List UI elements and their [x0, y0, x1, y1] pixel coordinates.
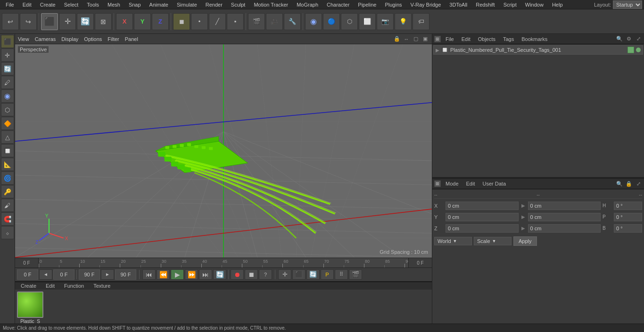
- lt-shape1[interactable]: ◉: [1, 89, 14, 103]
- bp-tab-edit[interactable]: Edit: [43, 282, 58, 290]
- object-render-dot[interactable]: [636, 48, 641, 52]
- key-rot-btn[interactable]: 🔄: [306, 269, 320, 280]
- vp-icon-max[interactable]: ▣: [421, 35, 429, 43]
- menu-script[interactable]: Script: [500, 1, 520, 8]
- lt-ruler[interactable]: 📐: [1, 158, 14, 171]
- menu-plugins[interactable]: Plugins: [381, 1, 405, 8]
- axis-y-button[interactable]: Y: [134, 13, 151, 30]
- anim-help-button[interactable]: ?: [259, 269, 272, 280]
- rotate-tool-button[interactable]: 🔄: [77, 13, 94, 30]
- axis-z-button[interactable]: Z: [152, 13, 169, 30]
- attr-tab-userdata[interactable]: User Data: [480, 180, 509, 187]
- attr-expand-icon[interactable]: ⤢: [635, 180, 642, 187]
- vp-icon-lock[interactable]: 🔒: [393, 35, 401, 43]
- menu-help[interactable]: Help: [548, 1, 567, 8]
- render-button[interactable]: 🎥: [266, 13, 283, 30]
- go-end-button[interactable]: ⏭: [199, 269, 212, 280]
- poly-mode-button[interactable]: ▪: [227, 13, 244, 30]
- camera-btn[interactable]: 📷: [377, 13, 394, 30]
- menu-3dtoall[interactable]: 3DToAll: [446, 1, 471, 8]
- lt-rotate[interactable]: 🔄: [1, 62, 14, 75]
- objects-tab-objects[interactable]: Objects: [475, 35, 498, 43]
- start-frame-field[interactable]: 0 F: [53, 269, 74, 280]
- move-tool-button[interactable]: ✛: [59, 13, 76, 30]
- lt-magnet[interactable]: 🧲: [1, 212, 14, 226]
- menu-tools[interactable]: Tools: [83, 1, 103, 8]
- menu-simulate[interactable]: Simulate: [173, 1, 201, 8]
- objects-search-icon[interactable]: 🔍: [616, 35, 623, 43]
- edge-mode-button[interactable]: ╱: [209, 13, 226, 30]
- vp-icon-min[interactable]: ▢: [412, 35, 420, 43]
- viewport-canvas[interactable]: Perspective: [15, 44, 432, 258]
- menu-character[interactable]: Character: [323, 1, 353, 8]
- vp-menu-filter[interactable]: Filter: [107, 36, 119, 42]
- key-dotted-btn[interactable]: ⠿: [335, 269, 348, 280]
- end-frame-field[interactable]: 90 F: [79, 269, 100, 280]
- attr-x-size[interactable]: 0 cm: [528, 202, 601, 210]
- menu-vray[interactable]: V-Ray Bridge: [407, 1, 445, 8]
- tag-btn[interactable]: 🏷: [413, 13, 429, 30]
- lt-rect[interactable]: 🔲: [1, 144, 14, 157]
- render-view-button[interactable]: 🎬: [248, 13, 265, 30]
- axis-x-button[interactable]: X: [116, 13, 133, 30]
- layout-dropdown[interactable]: Startup: [613, 0, 642, 9]
- objects-tab-tags[interactable]: Tags: [500, 35, 517, 43]
- key-film-btn[interactable]: 🎬: [349, 269, 362, 280]
- object-item[interactable]: ▶ 🔲 Plastic_Numbered_Pull_Tie_Security_T…: [433, 45, 643, 55]
- menu-render[interactable]: Render: [202, 1, 226, 8]
- key-p-btn[interactable]: P: [321, 269, 334, 280]
- vp-menu-panel[interactable]: Panel: [125, 36, 138, 42]
- lt-move[interactable]: ✛: [1, 49, 14, 62]
- attr-z-size[interactable]: 0 cm: [528, 224, 601, 233]
- obj-mode-button[interactable]: ◼: [173, 13, 190, 30]
- attr-lock-icon[interactable]: 🔒: [625, 180, 633, 187]
- attr-p-val[interactable]: 0 °: [614, 213, 642, 221]
- scale-dropdown[interactable]: Scale ▼: [474, 237, 512, 245]
- material-item[interactable]: Plastic_S: [17, 292, 43, 324]
- objects-tab-file[interactable]: File: [443, 35, 457, 43]
- lt-pen[interactable]: 🖊: [1, 76, 14, 89]
- apply-button[interactable]: Apply: [513, 236, 537, 246]
- lt-loop[interactable]: 🌀: [1, 171, 14, 185]
- point-mode-button[interactable]: •: [191, 13, 208, 30]
- objects-settings-icon[interactable]: ⚙: [625, 35, 633, 43]
- lt-select[interactable]: ⬛: [1, 35, 14, 48]
- attr-z-pos[interactable]: 0 cm: [446, 224, 519, 233]
- attr-search-icon[interactable]: 🔍: [616, 180, 623, 187]
- lt-key[interactable]: 🔑: [1, 185, 14, 198]
- objects-tab-bookmarks[interactable]: Bookmarks: [519, 35, 550, 43]
- menu-file[interactable]: File: [2, 1, 18, 8]
- objects-expand-icon[interactable]: ⤢: [635, 35, 642, 43]
- attr-x-pos[interactable]: 0 cm: [446, 202, 519, 210]
- vp-menu-options[interactable]: Options: [84, 36, 102, 42]
- lt-tri[interactable]: △: [1, 130, 14, 144]
- vp-menu-view[interactable]: View: [18, 36, 29, 42]
- frame-step-back[interactable]: ◄: [39, 269, 52, 280]
- sphere-btn[interactable]: ◉: [305, 13, 322, 30]
- material-thumbnail[interactable]: [17, 292, 43, 318]
- menu-window[interactable]: Window: [521, 1, 547, 8]
- vp-icon-move[interactable]: ↔: [403, 35, 410, 43]
- menu-create[interactable]: Create: [36, 1, 59, 8]
- attr-tab-mode[interactable]: Mode: [443, 180, 462, 187]
- step-back-button[interactable]: ⏪: [157, 269, 170, 280]
- attr-tab-edit[interactable]: Edit: [463, 180, 478, 187]
- render-settings-button[interactable]: 🔧: [284, 13, 301, 30]
- bp-tab-create[interactable]: Create: [18, 282, 39, 290]
- menu-motion-tracker[interactable]: Motion Tracker: [250, 1, 292, 8]
- loop-button[interactable]: 🔄: [213, 269, 226, 280]
- current-frame-field[interactable]: 0 F: [17, 269, 38, 280]
- bp-tab-texture[interactable]: Texture: [91, 282, 113, 290]
- record-button[interactable]: ⏺: [231, 269, 244, 280]
- light-btn[interactable]: 💡: [395, 13, 412, 30]
- select-tool-button[interactable]: ⬛: [41, 13, 58, 30]
- stop-button[interactable]: ⏹: [245, 269, 258, 280]
- menu-sculpt[interactable]: Sculpt: [227, 1, 249, 8]
- key-scale-btn[interactable]: ⬛: [292, 269, 305, 280]
- menu-redshift[interactable]: Redshift: [472, 1, 498, 8]
- objects-tab-edit[interactable]: Edit: [459, 35, 473, 43]
- key-move-btn[interactable]: ✛: [278, 269, 291, 280]
- timeline-ruler[interactable]: 0 F 0 5 10 15: [15, 258, 432, 267]
- menu-mograph[interactable]: MoGraph: [293, 1, 322, 8]
- end-frame-field2[interactable]: 90 F: [115, 269, 136, 280]
